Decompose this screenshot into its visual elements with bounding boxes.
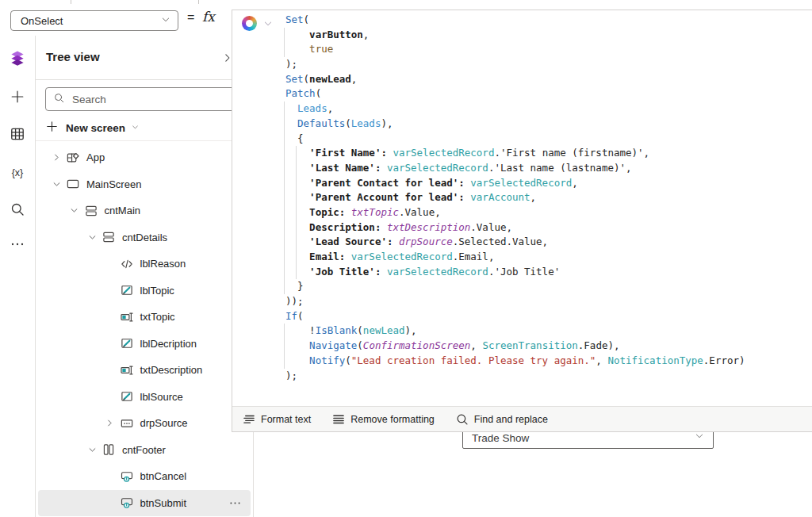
remove-formatting-icon (331, 412, 346, 427)
find-replace-icon (455, 412, 469, 427)
tree-item-App[interactable]: App (38, 144, 251, 171)
code-line: ); (285, 57, 801, 72)
chevron-right-icon[interactable] (50, 151, 63, 164)
indent-guide (296, 205, 297, 220)
tree-item-label: cntFooter (122, 444, 166, 456)
chevron-down-icon[interactable] (68, 205, 81, 217)
tree-item-label: txtDescription (140, 364, 203, 376)
tree-item-lblReason[interactable]: lblReason (38, 251, 251, 278)
rail-tree-view-button[interactable] (10, 52, 25, 67)
toolbar-button-label: Remove formatting (350, 414, 435, 425)
fx-icon: fx (202, 9, 215, 25)
indent-guide (284, 265, 285, 280)
tree-item-cntMain[interactable]: cntMain (38, 197, 251, 224)
more-icon (10, 236, 25, 255)
label-icon (120, 283, 134, 297)
property-selector-value: OnSelect (21, 15, 160, 27)
chevron-down-icon[interactable] (86, 443, 98, 456)
chevron-right-icon[interactable] (104, 417, 117, 430)
tree-item-label: txtTopic (140, 311, 175, 323)
tree-item-MainScreen[interactable]: MainScreen (38, 171, 251, 198)
tree-item-label: App (86, 151, 105, 163)
chevron-down-icon[interactable] (86, 231, 98, 243)
tree-item-drpSource[interactable]: drpSource (38, 410, 251, 437)
indent-guide (284, 279, 285, 294)
rail-data-button[interactable] (10, 128, 25, 144)
new-screen-label: New screen (66, 122, 125, 134)
tree-item-label: lblTopic (140, 285, 174, 297)
code-line: 'First Name': varSelectedRecord.'First n… (285, 146, 801, 161)
tree-item-txtDescription[interactable]: txtDescription (38, 357, 251, 384)
new-screen-button[interactable]: New screen (45, 117, 140, 139)
chevron-spacer (104, 390, 117, 403)
tree-item-lblTopic[interactable]: lblTopic (38, 278, 251, 304)
find-and-replace-button[interactable]: Find and replace (452, 410, 551, 429)
code-line: ); (285, 369, 801, 384)
app-icon (66, 151, 80, 165)
indent-guide (284, 132, 285, 147)
code-line: 'Parent Contact for lead': varSelectedRe… (285, 176, 801, 191)
indent-guide (296, 220, 297, 236)
tree-item-label: btnCancel (140, 470, 187, 482)
copilot-button[interactable] (242, 16, 274, 31)
remove-formatting-button[interactable]: Remove formatting (328, 410, 438, 429)
format-text-button[interactable]: Format text (239, 410, 314, 429)
indent-guide (284, 28, 285, 43)
search-icon (53, 92, 65, 107)
indent-guide (284, 250, 285, 265)
rail-variables-button[interactable]: {x} (10, 165, 25, 181)
screen-icon (66, 177, 80, 191)
code-line: Leads, (285, 101, 801, 117)
variables-icon: {x} (12, 167, 24, 178)
toolbar-button-label: Find and replace (474, 414, 548, 425)
property-selector-dropdown[interactable]: OnSelect (10, 10, 178, 31)
tree-item-label: MainScreen (86, 178, 141, 190)
more-options-button[interactable] (228, 496, 243, 511)
button-icon (120, 496, 134, 510)
indent-guide (284, 42, 285, 57)
tree-item-lblSource[interactable]: lblSource (38, 384, 251, 411)
tree-item-cntDetails[interactable]: cntDetails (38, 224, 251, 251)
rail-more-button[interactable] (10, 238, 25, 254)
code-line: true (285, 42, 801, 57)
indent-guide (284, 101, 285, 117)
indent-guide (296, 176, 297, 191)
chevron-down-icon[interactable] (50, 178, 63, 190)
tree-item-cntFooter[interactable]: cntFooter (38, 437, 251, 464)
indent-guide (284, 161, 285, 176)
container-h-icon (102, 442, 116, 457)
code-line: Description: txtDescription.Value, (285, 220, 801, 236)
code-line: Set(newLead, (285, 72, 801, 87)
rail-insert-button[interactable] (10, 90, 25, 106)
divider (36, 140, 253, 141)
dropdown-icon (120, 416, 134, 431)
container-v-icon (102, 230, 116, 244)
rail-search-button[interactable] (10, 203, 25, 219)
text-input-icon (120, 310, 134, 324)
chevron-down-icon (694, 431, 705, 445)
tree-item-btnCancel[interactable]: btnCancel (38, 463, 251, 490)
code-editor[interactable]: Set(varButton,true);Set(newLead,Patch(Le… (285, 13, 801, 383)
indent-guide (284, 354, 285, 369)
chevron-spacer (104, 496, 117, 509)
search-input[interactable] (71, 93, 239, 106)
tree-item-label: lblDecription (140, 338, 197, 350)
container-v-icon (84, 204, 98, 218)
indent-guide (284, 235, 285, 250)
code-line: varButton, (285, 28, 801, 43)
plus-icon (10, 89, 25, 108)
indent-guide (284, 324, 285, 339)
code-line: { (285, 132, 801, 147)
tree-search-box[interactable] (45, 87, 245, 111)
tree-item-list: AppMainScreencntMaincntDetailslblReasonl… (36, 144, 253, 517)
code-line: } (285, 279, 801, 294)
button-icon (120, 469, 134, 484)
indent-guide (296, 161, 297, 176)
formula-editor[interactable]: Set(varButton,true);Set(newLead,Patch(Le… (232, 10, 812, 432)
tree-item-lblDecription[interactable]: lblDecription (38, 331, 251, 358)
tree-view-header: Tree view (36, 36, 253, 80)
chevron-spacer (104, 311, 117, 324)
tree-item-label: cntDetails (122, 232, 167, 243)
tree-item-txtTopic[interactable]: txtTopic (38, 304, 251, 331)
tree-item-btnSubmit[interactable]: btnSubmit (38, 490, 251, 517)
